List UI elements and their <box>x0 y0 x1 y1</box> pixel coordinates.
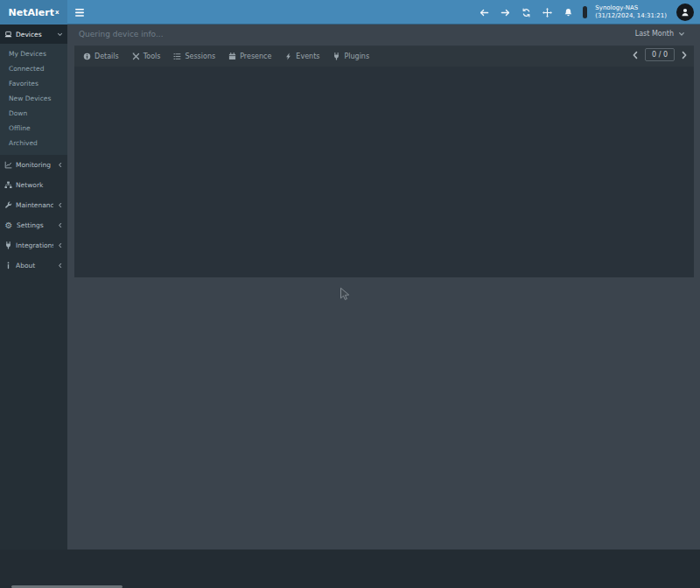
tab-bar: Details Tools Sessions Presence Events <box>74 46 694 66</box>
app-logo[interactable]: NetAlertx <box>0 0 67 24</box>
chevron-left-icon <box>57 262 63 269</box>
user-icon <box>680 7 690 18</box>
device-panel: Details Tools Sessions Presence Events <box>74 46 694 277</box>
chevron-down-icon <box>57 32 63 38</box>
sidebar-item-maintenance[interactable]: Maintenance <box>0 195 67 215</box>
tab-sessions[interactable]: Sessions <box>173 52 215 60</box>
pagination: 0 / 0 <box>631 48 689 61</box>
tab-label: Details <box>94 52 119 60</box>
sidebar-item-label: About <box>16 262 53 270</box>
forward-arrow-icon[interactable] <box>500 8 510 18</box>
device-timestamp: (31/12/2024, 14:31:21) <box>595 12 667 20</box>
sidebar-item-favorites[interactable]: Favorites <box>0 76 67 91</box>
chevron-left-icon <box>57 202 63 208</box>
period-selector[interactable]: Last Month <box>635 30 685 38</box>
sidebar-item-my-devices[interactable]: My Devices <box>0 46 67 61</box>
info-circle-icon <box>83 52 91 60</box>
sidebar-item-label: Devices <box>16 31 53 38</box>
page-indicator: 0 / 0 <box>645 48 675 61</box>
tab-plugins[interactable]: Plugins <box>332 52 369 60</box>
user-avatar[interactable] <box>676 4 694 21</box>
sidebar-item-about[interactable]: About <box>0 256 67 276</box>
gear-icon: ⚙ <box>4 221 13 229</box>
devices-submenu: My Devices Connected Favorites New Devic… <box>0 44 67 155</box>
laptop-icon <box>4 31 12 38</box>
tab-details[interactable]: Details <box>83 52 119 60</box>
device-name: Synology-NAS <box>595 4 667 12</box>
plug-icon <box>332 52 340 60</box>
tools-icon <box>132 52 140 60</box>
sidebar-item-integrations[interactable]: Integrations <box>0 235 67 256</box>
top-navbar: NetAlertx Synology-NAS (31/12/2024, 14:3… <box>0 0 700 24</box>
period-selector-value: Last Month <box>635 30 674 38</box>
sidebar-item-down[interactable]: Down <box>0 106 67 121</box>
loading-status-text: Quering device info... <box>79 30 164 38</box>
sidebar-item-settings[interactable]: ⚙ Settings <box>0 215 67 235</box>
content-header: Quering device info... Last Month <box>67 24 700 46</box>
tab-events[interactable]: Events <box>284 52 319 60</box>
sidebar-item-label: Settings <box>17 221 53 229</box>
connected-device-info: Synology-NAS (31/12/2024, 14:31:21) <box>595 4 667 20</box>
page-next-icon[interactable] <box>680 51 689 60</box>
plug-icon <box>4 242 12 249</box>
page-footer <box>0 550 700 588</box>
tab-tools[interactable]: Tools <box>132 52 161 60</box>
calendar-icon <box>228 52 236 60</box>
info-icon <box>4 262 12 270</box>
sidebar-item-new-devices[interactable]: New Devices <box>0 91 67 106</box>
chevron-down-icon <box>678 31 685 38</box>
tab-label: Tools <box>144 52 161 60</box>
main-content: Quering device info... Last Month Detail… <box>67 24 700 550</box>
sidebar-item-devices[interactable]: Devices <box>0 24 67 44</box>
refresh-icon[interactable] <box>522 8 531 18</box>
wrench-icon <box>4 201 12 209</box>
sidebar-item-archived[interactable]: Archived <box>0 136 67 150</box>
move-arrows-icon[interactable] <box>542 8 552 18</box>
chevron-left-icon <box>57 162 63 168</box>
sidebar: Devices My Devices Connected Favorites N… <box>0 24 67 550</box>
tab-content-empty <box>74 66 694 278</box>
tab-label: Events <box>296 52 319 60</box>
navbar-actions: Synology-NAS (31/12/2024, 14:31:21) <box>480 0 700 24</box>
page-prev-icon[interactable] <box>631 51 640 60</box>
chevron-left-icon <box>57 242 63 248</box>
chart-icon <box>4 161 12 169</box>
sidebar-item-monitoring[interactable]: Monitoring <box>0 155 67 175</box>
sidebar-item-label: Maintenance <box>16 201 53 209</box>
hamburger-menu-icon[interactable] <box>70 0 89 24</box>
status-pill <box>583 6 587 18</box>
tab-label: Plugins <box>344 52 369 60</box>
sidebar-item-network[interactable]: Network <box>0 175 67 195</box>
sidebar-item-label: Network <box>16 181 63 189</box>
bolt-icon <box>284 52 292 60</box>
tab-presence[interactable]: Presence <box>228 52 271 60</box>
sidebar-item-label: Monitoring <box>16 161 53 169</box>
sidebar-item-connected[interactable]: Connected <box>0 61 67 76</box>
chevron-left-icon <box>57 222 63 228</box>
back-arrow-icon[interactable] <box>480 8 489 18</box>
netalertx-app: NetAlertx Synology-NAS (31/12/2024, 14:3… <box>0 0 700 588</box>
list-icon <box>173 52 181 60</box>
sidebar-item-offline[interactable]: Offline <box>0 121 67 136</box>
bell-icon[interactable] <box>564 8 573 18</box>
tab-label: Presence <box>240 52 271 60</box>
sidebar-item-label: Integrations <box>16 242 53 249</box>
tab-label: Sessions <box>185 52 215 60</box>
sitemap-icon <box>4 181 12 189</box>
